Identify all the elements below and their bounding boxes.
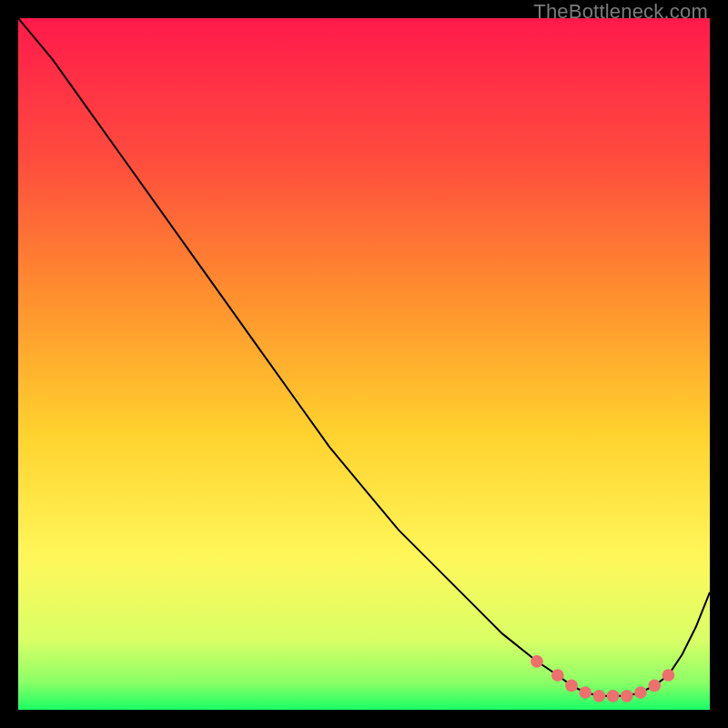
bottleneck-chart [18, 18, 710, 710]
gradient-background [18, 18, 710, 710]
marker-point [531, 655, 543, 668]
marker-point [607, 690, 620, 703]
marker-point [662, 669, 675, 682]
marker-point [648, 680, 661, 693]
watermark-text: TheBottleneck.com [533, 0, 708, 24]
marker-point [565, 680, 578, 693]
marker-point [579, 686, 592, 699]
marker-point [551, 669, 564, 682]
marker-point [593, 690, 606, 703]
marker-point [621, 690, 633, 703]
chart-frame: TheBottleneck.com [0, 0, 728, 728]
marker-point [634, 686, 647, 699]
